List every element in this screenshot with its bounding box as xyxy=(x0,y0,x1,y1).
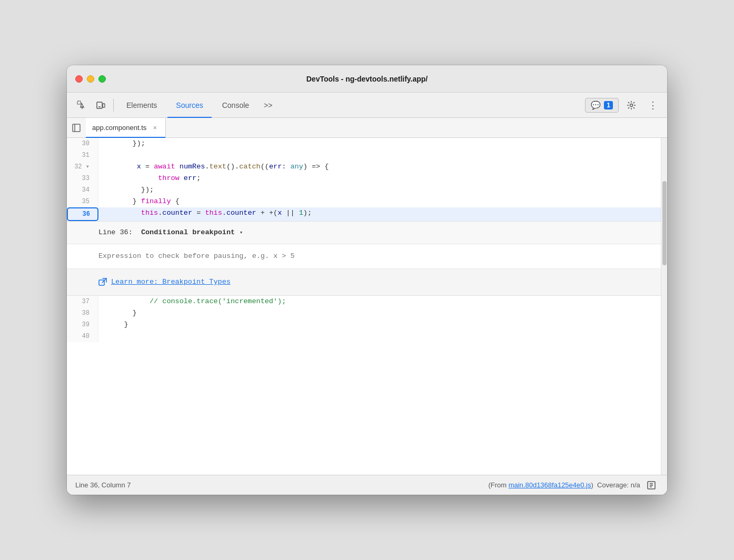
breakpoint-line-label: Line 36: xyxy=(98,227,133,238)
line-content-35: } finally { xyxy=(98,196,667,207)
more-options-icon[interactable]: ⋮ xyxy=(644,97,661,114)
minimize-button[interactable] xyxy=(87,75,94,83)
toolbar-right: 💬 1 ⋮ xyxy=(585,97,661,114)
line-content-39: } xyxy=(98,319,667,331)
code-line-34: 34 }); xyxy=(67,184,667,196)
breakpoint-popup: Line 36: Conditional breakpoint ▾ xyxy=(67,221,667,296)
svg-rect-1 xyxy=(97,102,102,108)
line-content-33: throw err; xyxy=(98,173,667,184)
status-source: (From main.80d1368fa125e4e0.js) xyxy=(488,481,593,489)
breakpoint-input-area xyxy=(67,244,667,269)
close-button[interactable] xyxy=(75,75,83,83)
svg-rect-0 xyxy=(77,101,81,104)
status-position: Line 36, Column 7 xyxy=(75,481,131,489)
line-num-37: 37 xyxy=(67,296,98,307)
line-content-32: x = await numRes.text().catch((err: any)… xyxy=(98,161,667,173)
window-title: DevTools - ng-devtools.netlify.app/ xyxy=(306,75,428,83)
scrollbar-track[interactable] xyxy=(661,138,667,475)
breakpoint-link-area: Learn more: Breakpoint Types xyxy=(67,269,667,295)
status-coverage: Coverage: n/a xyxy=(597,481,640,489)
status-icon[interactable] xyxy=(644,478,659,493)
line-num-34: 34 xyxy=(67,184,98,196)
inspect-icon[interactable] xyxy=(73,97,90,114)
more-tabs[interactable]: >> xyxy=(260,93,276,118)
code-editor[interactable]: 30 }); 31 32 ▾ x = await numRes.text().c… xyxy=(67,138,667,342)
code-line-31: 31 xyxy=(67,149,667,161)
line-content-30: }); xyxy=(98,138,667,149)
file-tab-close[interactable]: × xyxy=(151,124,159,132)
line-num-30: 30 xyxy=(67,138,98,149)
line-num-36: 36 xyxy=(67,207,98,221)
code-line-32: 32 ▾ x = await numRes.text().catch((err:… xyxy=(67,161,667,173)
code-line-33: 33 throw err; xyxy=(67,173,667,184)
external-link-icon xyxy=(98,278,107,286)
breakpoint-expression-input[interactable] xyxy=(98,252,657,260)
editor-main: 30 }); 31 32 ▾ x = await numRes.text().c… xyxy=(67,138,667,475)
message-count: 1 xyxy=(604,101,613,109)
code-line-38: 38 } xyxy=(67,307,667,319)
line-num-38: 38 xyxy=(67,307,98,319)
line-num-31: 31 xyxy=(67,149,98,161)
file-tab-app-component[interactable]: app.component.ts × xyxy=(86,118,166,138)
scrollbar-thumb[interactable] xyxy=(662,181,667,265)
device-icon[interactable] xyxy=(92,97,109,114)
devtools-window: DevTools - ng-devtools.netlify.app/ Elem… xyxy=(67,65,667,495)
messages-badge-button[interactable]: 💬 1 xyxy=(585,98,619,113)
line-content-37: // console.trace('incremented'); xyxy=(98,296,667,307)
code-line-35: 35 } finally { xyxy=(67,196,667,207)
traffic-lights xyxy=(75,75,106,83)
svg-point-4 xyxy=(630,104,633,106)
line-content-34: }); xyxy=(98,184,667,196)
statusbar: Line 36, Column 7 (From main.80d1368fa12… xyxy=(67,475,667,495)
titlebar: DevTools - ng-devtools.netlify.app/ xyxy=(67,65,667,93)
line-content-31 xyxy=(98,149,667,161)
code-line-39: 39 } xyxy=(67,319,667,331)
line-content-36: this.counter = this.counter + +(x || 1); xyxy=(98,207,667,221)
sidebar-toggle[interactable] xyxy=(69,121,84,135)
code-line-30: 30 }); xyxy=(67,138,667,149)
maximize-button[interactable] xyxy=(98,75,106,83)
line-num-40: 40 xyxy=(67,331,98,342)
file-tab-name: app.component.ts xyxy=(92,124,146,132)
line-num-35: 35 xyxy=(67,196,98,207)
svg-rect-2 xyxy=(103,104,105,107)
code-line-36: 36 this.counter = this.counter + +(x || … xyxy=(67,207,667,221)
status-source-prefix: (From xyxy=(488,481,508,489)
toolbar: Elements Sources Console >> 💬 1 ⋮ xyxy=(67,93,667,118)
tab-console[interactable]: Console xyxy=(214,93,257,118)
svg-rect-5 xyxy=(73,124,80,132)
line-num-32: 32 ▾ xyxy=(67,161,98,173)
line-content-40 xyxy=(98,331,667,342)
code-line-37: 37 // console.trace('incremented'); xyxy=(67,296,667,307)
breakpoint-dropdown-arrow[interactable]: ▾ xyxy=(236,227,243,238)
tab-sources[interactable]: Sources xyxy=(167,93,211,118)
editor-container: 30 }); 31 32 ▾ x = await numRes.text().c… xyxy=(67,138,667,475)
divider xyxy=(113,99,114,112)
breakpoint-learn-more-link[interactable]: Learn more: Breakpoint Types xyxy=(111,276,231,288)
line-num-39: 39 xyxy=(67,319,98,331)
line-content-38: } xyxy=(98,307,667,319)
message-icon: 💬 xyxy=(591,101,601,110)
breakpoint-type: Conditional breakpoint xyxy=(137,227,235,238)
code-line-40: 40 xyxy=(67,331,667,342)
status-source-link[interactable]: main.80d1368fa125e4e0.js xyxy=(509,481,591,489)
settings-icon[interactable] xyxy=(623,97,640,114)
file-tabbar: app.component.ts × xyxy=(67,118,667,138)
breakpoint-header: Line 36: Conditional breakpoint ▾ xyxy=(67,222,667,244)
tab-elements[interactable]: Elements xyxy=(118,93,165,118)
line-num-33: 33 xyxy=(67,173,98,184)
status-source-suffix: ) xyxy=(591,481,593,489)
